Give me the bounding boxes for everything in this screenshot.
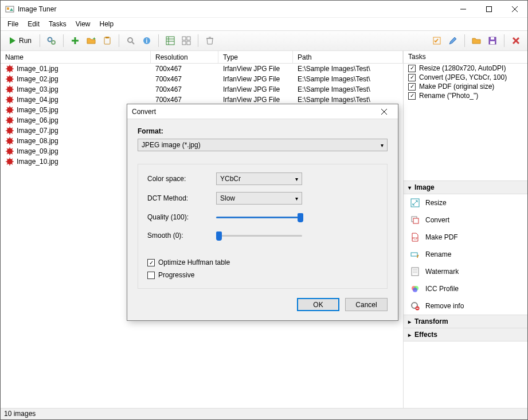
col-header-name[interactable]: Name (1, 51, 151, 63)
info-icon: i (142, 36, 151, 45)
cancel-button[interactable]: Cancel (345, 298, 388, 311)
table-row[interactable]: Image_03.jpg700x467IrfanView JPG FileE:\… (1, 84, 403, 95)
quality-slider[interactable] (216, 211, 302, 223)
watermark-icon (410, 267, 420, 276)
action-label: Resize (425, 199, 447, 207)
image-file-icon (5, 85, 14, 94)
file-type: IrfanView JPG File (218, 65, 293, 73)
svg-rect-3 (486, 6, 491, 11)
col-header-resolution[interactable]: Resolution (151, 51, 218, 63)
svg-rect-86 (413, 218, 419, 223)
smooth-label: Smooth (0): (147, 231, 216, 240)
grid-view-button[interactable] (178, 33, 194, 49)
menu-view[interactable]: View (71, 19, 95, 29)
table-row[interactable]: Image_02.jpg700x467IrfanView JPG FileE:\… (1, 74, 403, 84)
delete-button[interactable] (202, 33, 218, 49)
file-path: E:\Sample Images\Test\ (293, 96, 403, 104)
file-name: Image_09.jpg (17, 147, 58, 155)
remove-info-icon (410, 301, 420, 311)
chevron-right-icon: ▸ (408, 332, 411, 338)
svg-point-7 (48, 38, 52, 42)
svg-rect-88 (411, 253, 417, 256)
file-name: Image_04.jpg (17, 96, 58, 104)
save-button[interactable] (484, 33, 500, 49)
open-button[interactable] (468, 33, 484, 49)
table-row[interactable]: Image_01.jpg700x467IrfanView JPG FileE:\… (1, 64, 403, 74)
close-button[interactable] (502, 1, 527, 18)
image-file-icon (5, 126, 14, 135)
dialog-titlebar[interactable]: Convert (127, 104, 398, 119)
run-button[interactable]: Run (4, 33, 36, 49)
action-label: Make PDF (425, 233, 458, 241)
svg-point-14 (128, 38, 132, 42)
col-header-path[interactable]: Path (293, 51, 403, 63)
action-make-pdf[interactable]: PDFMake PDF (404, 229, 527, 246)
toolbar: Run + i (1, 30, 527, 51)
action-resize[interactable]: Resize (404, 194, 527, 211)
settings-button[interactable] (44, 33, 60, 49)
menu-tasks[interactable]: Tasks (44, 19, 71, 29)
add-folder-button[interactable]: + (83, 33, 99, 49)
window-title: Image Tuner (18, 5, 450, 13)
checkbox-icon: ✓ (408, 65, 416, 72)
dct-combo[interactable]: Slow ▾ (216, 192, 302, 205)
action-remove-info[interactable]: Remove info (404, 297, 527, 315)
tasks-button[interactable] (429, 33, 445, 49)
image-file-icon (5, 136, 14, 146)
dialog-close-button[interactable] (375, 104, 393, 119)
svg-rect-30 (491, 37, 494, 40)
status-text: 10 images (4, 410, 36, 418)
accordion-effects[interactable]: ▸ Effects (404, 328, 527, 342)
menu-file[interactable]: File (3, 19, 23, 29)
accordion-image-label: Image (414, 183, 435, 191)
action-watermark[interactable]: Watermark (404, 263, 527, 280)
task-item[interactable]: ✓Resize (1280x720, AutoDPI) (404, 64, 527, 73)
add-button[interactable] (67, 33, 83, 49)
ok-button[interactable]: OK (297, 298, 339, 311)
action-icc-profile[interactable]: ICC Profile (404, 280, 527, 297)
svg-marker-6 (10, 37, 15, 44)
action-convert[interactable]: Convert (404, 211, 527, 229)
search-button[interactable] (123, 33, 139, 49)
file-path: E:\Sample Images\Test\ (293, 85, 403, 93)
accordion-effects-label: Effects (414, 331, 437, 339)
image-file-icon (5, 116, 14, 125)
app-icon (5, 5, 14, 14)
format-combo[interactable]: JPEG image (*.jpg) ▾ (138, 139, 388, 151)
run-label: Run (19, 37, 32, 45)
folder-plus-icon: + (87, 36, 96, 45)
paste-button[interactable] (99, 33, 115, 49)
col-header-type[interactable]: Type (218, 51, 293, 63)
optimize-huffman-checkbox[interactable]: ✓ Optimize Huffman table (147, 258, 378, 266)
checkbox-icon: ✓ (147, 259, 155, 266)
svg-rect-89 (412, 268, 419, 276)
checkbox-icon: ✓ (408, 74, 416, 81)
accordion-image[interactable]: ▾ Image (404, 180, 527, 194)
jpeg-options-panel: Color space: YCbCr ▾ DCT Method: Slow ▾ … (138, 164, 388, 289)
task-item[interactable]: ✓Make PDF (original size) (404, 82, 527, 91)
chevron-down-icon: ▾ (381, 142, 384, 148)
list-view-button[interactable] (162, 33, 178, 49)
make-pdf-icon: PDF (410, 233, 420, 242)
svg-text:i: i (146, 38, 148, 44)
maximize-button[interactable] (476, 1, 502, 18)
progressive-checkbox[interactable]: Progressive (147, 271, 378, 279)
accordion-transform[interactable]: ▸ Transform (404, 315, 527, 328)
task-item[interactable]: ✓Rename ("Photo_") (404, 91, 527, 100)
svg-rect-22 (182, 37, 186, 40)
action-label: Watermark (425, 268, 459, 276)
dct-value: Slow (220, 194, 235, 202)
svg-rect-24 (182, 41, 186, 45)
minimize-button[interactable] (450, 1, 476, 18)
remove-button[interactable] (508, 33, 524, 49)
menu-help[interactable]: Help (95, 19, 119, 29)
file-name: Image_05.jpg (17, 106, 58, 114)
menu-edit[interactable]: Edit (23, 19, 44, 29)
color-space-combo[interactable]: YCbCr ▾ (216, 172, 302, 185)
grid-icon (182, 36, 191, 45)
task-item[interactable]: ✓Convert (JPEG, YCbCr, 100) (404, 73, 527, 82)
edit-task-button[interactable] (445, 33, 461, 49)
info-button[interactable]: i (139, 33, 155, 49)
smooth-slider[interactable] (216, 230, 302, 241)
action-rename[interactable]: Rename (404, 246, 527, 263)
